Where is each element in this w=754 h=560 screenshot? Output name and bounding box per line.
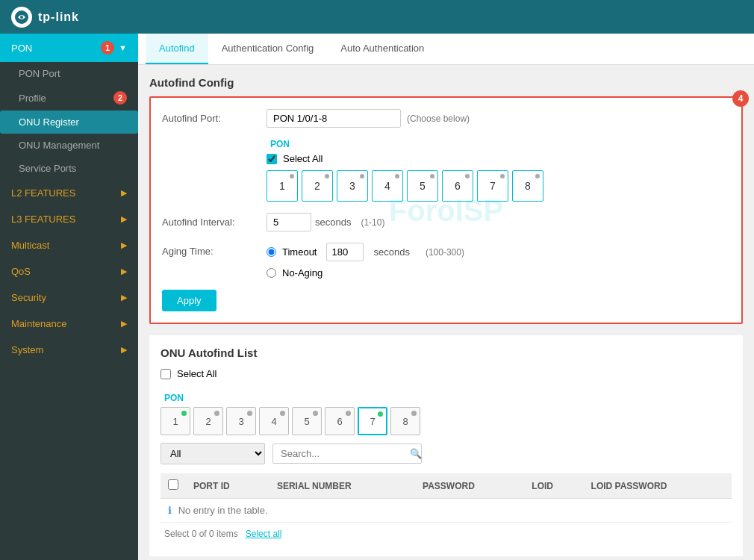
onu-select-all-label: Select All <box>177 368 216 379</box>
pon-btn-5[interactable]: 5 <box>407 170 438 202</box>
sidebar-item-profile[interactable]: Profile 2 <box>0 85 138 111</box>
header: tp-link <box>0 0 754 34</box>
pon-btn-7[interactable]: 7 <box>477 170 508 202</box>
sidebar-item-pon-port[interactable]: PON Port <box>0 62 138 85</box>
sidebar-group-maintenance[interactable]: Maintenance ▶ <box>0 311 138 337</box>
timeout-option: Timeout seconds (100-300) <box>267 243 464 261</box>
tab-auth-config[interactable]: Authentication Config <box>208 34 328 64</box>
tab-autofind[interactable]: Autofind <box>146 34 208 64</box>
select-all-checkbox[interactable] <box>267 154 277 164</box>
onu-pon-3[interactable]: 3 <box>226 407 256 435</box>
onu-list-title: ONU Autofind List <box>161 346 732 359</box>
pon-dot-3 <box>360 174 364 178</box>
sidebar-item-onu-register[interactable]: ONU Register <box>0 111 138 134</box>
sidebar-item-service-ports[interactable]: Service Ports <box>0 157 138 180</box>
timeout-value-input[interactable] <box>326 243 364 261</box>
onu-pon-6[interactable]: 6 <box>325 407 355 435</box>
tabs-bar: Autofind Authentication Config Auto Auth… <box>138 34 754 65</box>
select-all-link[interactable]: Select all <box>246 529 282 539</box>
pon-btn-4[interactable]: 4 <box>372 170 403 202</box>
onu-pon-buttons: 1 2 3 4 5 6 7 8 <box>161 407 732 435</box>
sidebar-item-onu-mgmt[interactable]: ONU Management <box>0 134 138 157</box>
timeout-radio[interactable] <box>267 247 276 257</box>
interval-row: Autofind Interval: seconds (1-10) <box>162 213 730 231</box>
onu-table: PORT ID SERIAL NUMBER PASSWORD LOID LOID… <box>161 473 732 523</box>
col-serial: SERIAL NUMBER <box>269 473 415 499</box>
pon-buttons-group: 1 2 3 4 5 6 7 8 <box>267 170 730 202</box>
search-box: 🔍 <box>272 444 422 464</box>
sidebar-group-l3[interactable]: L3 FEATURES ▶ <box>0 206 138 232</box>
onu-pon-2[interactable]: 2 <box>193 407 223 435</box>
autofind-port-row: Autofind Port: (Choose below) <box>162 109 730 128</box>
tab-auto-auth[interactable]: Auto Authentication <box>327 34 437 64</box>
pon-dot-5 <box>430 174 434 178</box>
logo-text: tp-link <box>38 10 79 24</box>
onu-pon-5[interactable]: 5 <box>292 407 322 435</box>
timeout-range: (100-300) <box>426 247 464 258</box>
sidebar-service-ports-label: Service Ports <box>19 163 76 174</box>
interval-range: (1-10) <box>361 217 384 228</box>
pon-dot-2 <box>325 174 329 178</box>
onu-pon-8[interactable]: 8 <box>390 407 420 435</box>
security-chevron: ▶ <box>121 293 127 302</box>
no-aging-option: No-Aging <box>267 267 464 279</box>
system-chevron: ▶ <box>121 345 127 355</box>
logo: tp-link <box>11 7 79 28</box>
sidebar-onu-register-label: ONU Register <box>19 116 79 128</box>
apply-row: Apply <box>162 290 730 311</box>
interval-input[interactable] <box>267 213 311 231</box>
col-password: PASSWORD <box>415 473 524 499</box>
logo-icon <box>11 7 32 28</box>
onu-pon-label: PON <box>164 393 732 403</box>
empty-message: No entry in the table. <box>178 505 268 516</box>
select-all-label: Select All <box>283 153 323 164</box>
onu-pon-1[interactable]: 1 <box>161 407 190 435</box>
qos-chevron: ▶ <box>121 267 127 276</box>
pon-dot-6 <box>465 174 470 178</box>
sidebar-l3-label: L3 FEATURES <box>11 214 75 225</box>
pon-btn-8[interactable]: 8 <box>512 170 543 202</box>
content-area: Autofind Config 4 Autofind Port: (Choose… <box>138 65 754 560</box>
sidebar-group-system[interactable]: System ▶ <box>0 337 138 363</box>
sidebar-group-multicast[interactable]: Multicast ▶ <box>0 232 138 258</box>
sidebar-l2-label: L2 FEATURES <box>11 187 75 199</box>
pon-dot-4 <box>395 174 399 178</box>
autofind-config-box: 4 Autofind Port: (Choose below) PON Sele… <box>149 96 743 324</box>
search-input[interactable] <box>281 448 406 459</box>
table-footer: Select 0 of 0 items Select all <box>161 523 732 545</box>
autofind-port-label: Autofind Port: <box>162 113 267 124</box>
sidebar-pon[interactable]: PON 1 ▼ <box>0 34 138 62</box>
filter-select[interactable]: All <box>161 443 265 464</box>
onu-dot-grey-4 <box>280 411 285 416</box>
footer-count: Select 0 of 0 items <box>164 529 238 539</box>
pon-section-label: PON <box>270 139 730 149</box>
pon-btn-1[interactable]: 1 <box>267 170 298 202</box>
no-aging-label: No-Aging <box>282 267 323 279</box>
onu-pon-4[interactable]: 4 <box>259 407 289 435</box>
filter-row: All 🔍 <box>161 443 732 464</box>
pon-dot-8 <box>535 174 540 178</box>
no-aging-radio[interactable] <box>267 268 276 278</box>
col-port-id: PORT ID <box>186 473 269 499</box>
pon-btn-6[interactable]: 6 <box>442 170 473 202</box>
apply-button[interactable]: Apply <box>162 290 216 311</box>
onu-select-all-cb[interactable] <box>161 369 171 379</box>
sidebar-group-qos[interactable]: QoS ▶ <box>0 258 138 284</box>
sidebar-pon-port-label: PON Port <box>19 68 60 79</box>
sidebar-maintenance-label: Maintenance <box>11 318 66 329</box>
onu-pon-7[interactable]: 7 <box>358 407 387 435</box>
pon-badge: 1 <box>101 41 114 55</box>
table-header-checkbox[interactable] <box>168 479 178 490</box>
pon-btn-2[interactable]: 2 <box>302 170 333 202</box>
sidebar: PON 1 ▼ PON Port Profile 2 ONU Register … <box>0 34 138 560</box>
sidebar-group-l2[interactable]: L2 FEATURES ▶ <box>0 180 138 206</box>
onu-dot-grey-2 <box>214 411 219 416</box>
main-layout: PON 1 ▼ PON Port Profile 2 ONU Register … <box>0 34 754 560</box>
pon-btn-3[interactable]: 3 <box>337 170 368 202</box>
sidebar-qos-label: QoS <box>11 266 31 277</box>
sidebar-group-security[interactable]: Security ▶ <box>0 284 138 311</box>
onu-pon-row: Select All <box>161 368 732 385</box>
pon-dot-1 <box>290 174 294 178</box>
onu-dot-grey-3 <box>247 411 252 416</box>
autofind-port-input[interactable] <box>267 109 401 128</box>
